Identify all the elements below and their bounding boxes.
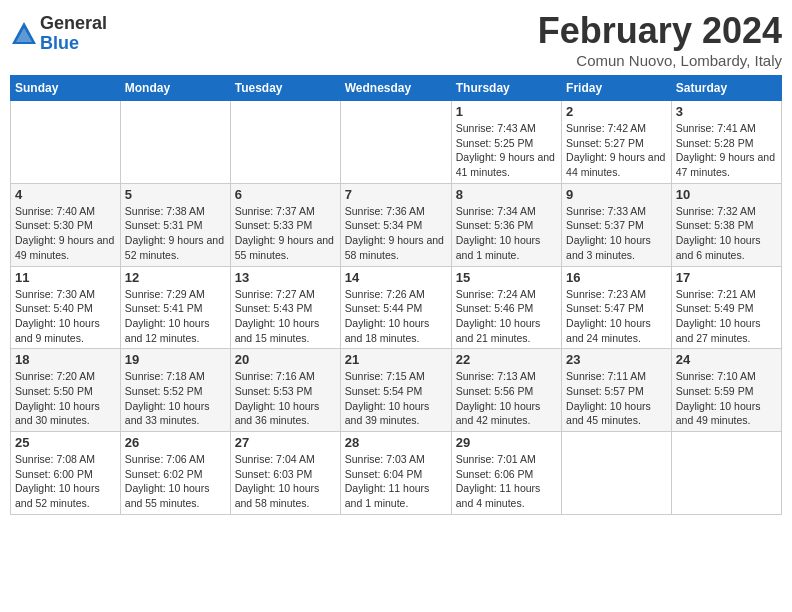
day-info: Sunrise: 7:32 AM Sunset: 5:38 PM Dayligh… (676, 204, 777, 263)
calendar-cell: 1Sunrise: 7:43 AM Sunset: 5:25 PM Daylig… (451, 101, 561, 184)
day-info: Sunrise: 7:30 AM Sunset: 5:40 PM Dayligh… (15, 287, 116, 346)
day-info: Sunrise: 7:24 AM Sunset: 5:46 PM Dayligh… (456, 287, 557, 346)
calendar-table: SundayMondayTuesdayWednesdayThursdayFrid… (10, 75, 782, 515)
day-number: 10 (676, 187, 777, 202)
day-number: 26 (125, 435, 226, 450)
calendar-week-row: 18Sunrise: 7:20 AM Sunset: 5:50 PM Dayli… (11, 349, 782, 432)
calendar-cell: 23Sunrise: 7:11 AM Sunset: 5:57 PM Dayli… (562, 349, 672, 432)
calendar-cell: 5Sunrise: 7:38 AM Sunset: 5:31 PM Daylig… (120, 183, 230, 266)
day-info: Sunrise: 7:26 AM Sunset: 5:44 PM Dayligh… (345, 287, 447, 346)
location-text: Comun Nuovo, Lombardy, Italy (538, 52, 782, 69)
calendar-cell: 3Sunrise: 7:41 AM Sunset: 5:28 PM Daylig… (671, 101, 781, 184)
calendar-cell: 8Sunrise: 7:34 AM Sunset: 5:36 PM Daylig… (451, 183, 561, 266)
day-number: 3 (676, 104, 777, 119)
day-info: Sunrise: 7:04 AM Sunset: 6:03 PM Dayligh… (235, 452, 336, 511)
calendar-cell: 25Sunrise: 7:08 AM Sunset: 6:00 PM Dayli… (11, 432, 121, 515)
day-number: 25 (15, 435, 116, 450)
day-number: 17 (676, 270, 777, 285)
day-number: 12 (125, 270, 226, 285)
day-info: Sunrise: 7:40 AM Sunset: 5:30 PM Dayligh… (15, 204, 116, 263)
calendar-cell (230, 101, 340, 184)
calendar-cell (120, 101, 230, 184)
day-info: Sunrise: 7:36 AM Sunset: 5:34 PM Dayligh… (345, 204, 447, 263)
weekday-header-tuesday: Tuesday (230, 76, 340, 101)
day-info: Sunrise: 7:16 AM Sunset: 5:53 PM Dayligh… (235, 369, 336, 428)
calendar-cell: 9Sunrise: 7:33 AM Sunset: 5:37 PM Daylig… (562, 183, 672, 266)
day-number: 11 (15, 270, 116, 285)
day-number: 13 (235, 270, 336, 285)
day-number: 18 (15, 352, 116, 367)
weekday-header-friday: Friday (562, 76, 672, 101)
calendar-cell: 19Sunrise: 7:18 AM Sunset: 5:52 PM Dayli… (120, 349, 230, 432)
day-info: Sunrise: 7:18 AM Sunset: 5:52 PM Dayligh… (125, 369, 226, 428)
calendar-cell: 24Sunrise: 7:10 AM Sunset: 5:59 PM Dayli… (671, 349, 781, 432)
day-number: 14 (345, 270, 447, 285)
day-info: Sunrise: 7:29 AM Sunset: 5:41 PM Dayligh… (125, 287, 226, 346)
day-number: 6 (235, 187, 336, 202)
day-number: 1 (456, 104, 557, 119)
day-number: 8 (456, 187, 557, 202)
page-header: General Blue February 2024 Comun Nuovo, … (10, 10, 782, 69)
day-info: Sunrise: 7:37 AM Sunset: 5:33 PM Dayligh… (235, 204, 336, 263)
logo-icon (10, 20, 38, 48)
day-info: Sunrise: 7:23 AM Sunset: 5:47 PM Dayligh… (566, 287, 667, 346)
calendar-cell: 17Sunrise: 7:21 AM Sunset: 5:49 PM Dayli… (671, 266, 781, 349)
day-info: Sunrise: 7:27 AM Sunset: 5:43 PM Dayligh… (235, 287, 336, 346)
weekday-header-sunday: Sunday (11, 76, 121, 101)
calendar-week-row: 1Sunrise: 7:43 AM Sunset: 5:25 PM Daylig… (11, 101, 782, 184)
calendar-cell: 22Sunrise: 7:13 AM Sunset: 5:56 PM Dayli… (451, 349, 561, 432)
day-number: 27 (235, 435, 336, 450)
day-number: 7 (345, 187, 447, 202)
day-info: Sunrise: 7:42 AM Sunset: 5:27 PM Dayligh… (566, 121, 667, 180)
calendar-cell: 21Sunrise: 7:15 AM Sunset: 5:54 PM Dayli… (340, 349, 451, 432)
day-info: Sunrise: 7:34 AM Sunset: 5:36 PM Dayligh… (456, 204, 557, 263)
weekday-header-saturday: Saturday (671, 76, 781, 101)
day-number: 16 (566, 270, 667, 285)
title-section: February 2024 Comun Nuovo, Lombardy, Ita… (538, 10, 782, 69)
day-info: Sunrise: 7:43 AM Sunset: 5:25 PM Dayligh… (456, 121, 557, 180)
calendar-cell: 27Sunrise: 7:04 AM Sunset: 6:03 PM Dayli… (230, 432, 340, 515)
day-number: 15 (456, 270, 557, 285)
logo: General Blue (10, 14, 107, 54)
calendar-cell: 28Sunrise: 7:03 AM Sunset: 6:04 PM Dayli… (340, 432, 451, 515)
day-info: Sunrise: 7:06 AM Sunset: 6:02 PM Dayligh… (125, 452, 226, 511)
day-info: Sunrise: 7:20 AM Sunset: 5:50 PM Dayligh… (15, 369, 116, 428)
calendar-cell: 20Sunrise: 7:16 AM Sunset: 5:53 PM Dayli… (230, 349, 340, 432)
calendar-cell: 14Sunrise: 7:26 AM Sunset: 5:44 PM Dayli… (340, 266, 451, 349)
day-number: 19 (125, 352, 226, 367)
calendar-cell: 6Sunrise: 7:37 AM Sunset: 5:33 PM Daylig… (230, 183, 340, 266)
weekday-header-thursday: Thursday (451, 76, 561, 101)
calendar-cell (671, 432, 781, 515)
calendar-week-row: 11Sunrise: 7:30 AM Sunset: 5:40 PM Dayli… (11, 266, 782, 349)
calendar-week-row: 4Sunrise: 7:40 AM Sunset: 5:30 PM Daylig… (11, 183, 782, 266)
calendar-header-row: SundayMondayTuesdayWednesdayThursdayFrid… (11, 76, 782, 101)
calendar-cell: 7Sunrise: 7:36 AM Sunset: 5:34 PM Daylig… (340, 183, 451, 266)
calendar-cell: 29Sunrise: 7:01 AM Sunset: 6:06 PM Dayli… (451, 432, 561, 515)
day-number: 5 (125, 187, 226, 202)
day-info: Sunrise: 7:11 AM Sunset: 5:57 PM Dayligh… (566, 369, 667, 428)
calendar-cell: 2Sunrise: 7:42 AM Sunset: 5:27 PM Daylig… (562, 101, 672, 184)
logo-general-text: General (40, 14, 107, 34)
calendar-cell (11, 101, 121, 184)
calendar-cell: 26Sunrise: 7:06 AM Sunset: 6:02 PM Dayli… (120, 432, 230, 515)
calendar-cell: 11Sunrise: 7:30 AM Sunset: 5:40 PM Dayli… (11, 266, 121, 349)
day-info: Sunrise: 7:10 AM Sunset: 5:59 PM Dayligh… (676, 369, 777, 428)
day-number: 29 (456, 435, 557, 450)
calendar-cell: 13Sunrise: 7:27 AM Sunset: 5:43 PM Dayli… (230, 266, 340, 349)
day-info: Sunrise: 7:38 AM Sunset: 5:31 PM Dayligh… (125, 204, 226, 263)
day-number: 2 (566, 104, 667, 119)
day-number: 24 (676, 352, 777, 367)
weekday-header-wednesday: Wednesday (340, 76, 451, 101)
day-number: 20 (235, 352, 336, 367)
day-info: Sunrise: 7:21 AM Sunset: 5:49 PM Dayligh… (676, 287, 777, 346)
calendar-cell: 16Sunrise: 7:23 AM Sunset: 5:47 PM Dayli… (562, 266, 672, 349)
calendar-cell (562, 432, 672, 515)
calendar-cell: 18Sunrise: 7:20 AM Sunset: 5:50 PM Dayli… (11, 349, 121, 432)
day-number: 9 (566, 187, 667, 202)
day-info: Sunrise: 7:08 AM Sunset: 6:00 PM Dayligh… (15, 452, 116, 511)
day-number: 4 (15, 187, 116, 202)
day-info: Sunrise: 7:13 AM Sunset: 5:56 PM Dayligh… (456, 369, 557, 428)
weekday-header-monday: Monday (120, 76, 230, 101)
day-info: Sunrise: 7:03 AM Sunset: 6:04 PM Dayligh… (345, 452, 447, 511)
calendar-cell: 15Sunrise: 7:24 AM Sunset: 5:46 PM Dayli… (451, 266, 561, 349)
